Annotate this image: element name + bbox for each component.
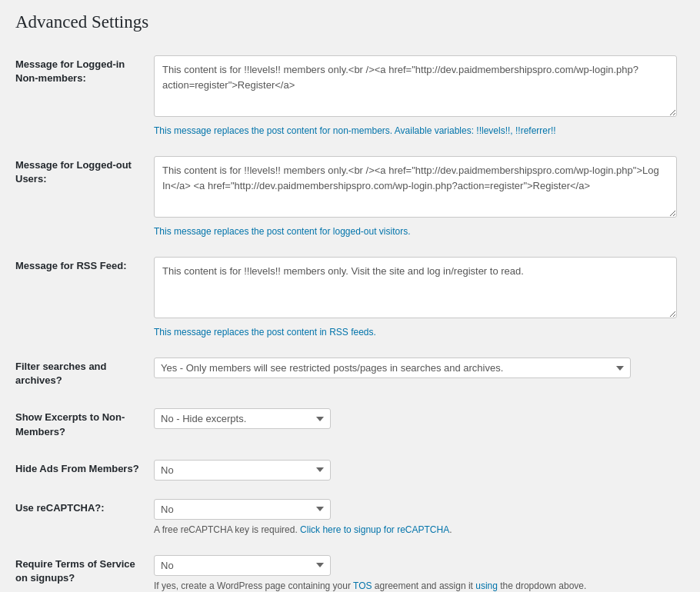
desc-tos-suffix: the dropdown above. — [498, 580, 586, 591]
row-hide-ads: Hide Ads From Members? No Yes — [15, 451, 685, 490]
desc-suffix-logged-out: . — [408, 226, 410, 237]
label-hide-ads: Hide Ads From Members? — [15, 451, 154, 490]
row-tos: Require Terms of Service on signups? No … — [15, 546, 685, 592]
cell-rss-feed: This content is for !!levels!! members o… — [154, 248, 685, 348]
settings-form: Message for Logged-in Non-members: This … — [15, 46, 685, 592]
desc-suffix-recaptcha: . — [449, 524, 452, 535]
textarea-logged-in-nonmembers[interactable]: This content is for !!levels!! members o… — [154, 55, 677, 117]
desc-suffix-rss: . — [374, 327, 376, 338]
cell-logged-in-nonmembers: This content is for !!levels!! members o… — [154, 46, 685, 147]
textarea-logged-out-users[interactable]: This content is for !!levels!! members o… — [154, 156, 677, 218]
desc-prefix-recaptcha: A free reCAPTCHA key is required. — [154, 524, 300, 535]
desc-link-rss[interactable]: RSS feeds — [329, 327, 373, 338]
desc-prefix-rss: This message replaces the post content i… — [154, 327, 329, 338]
select-filter-searches[interactable]: Yes - Only members will see restricted p… — [154, 358, 631, 378]
desc-tos-middle: agreement and assign it — [372, 580, 475, 591]
cell-recaptcha: No Yes A free reCAPTCHA key is required.… — [154, 490, 685, 546]
desc-tos-prefix: If yes, create a WordPress page containi… — [154, 580, 353, 591]
row-logged-out-users: Message for Logged-out Users: This conte… — [15, 147, 685, 248]
row-recaptcha: Use reCAPTCHA?: No Yes A free reCAPTCHA … — [15, 490, 685, 546]
label-logged-out-users: Message for Logged-out Users: — [15, 147, 154, 248]
textarea-rss-feed[interactable]: This content is for !!levels!! members o… — [154, 257, 677, 318]
row-rss-feed: Message for RSS Feed: This content is fo… — [15, 248, 685, 348]
cell-tos: No Yes If yes, create a WordPress page c… — [154, 546, 685, 592]
desc-tos: If yes, create a WordPress page containi… — [154, 579, 677, 592]
desc-prefix-logged-out: This message replaces the post content f… — [154, 226, 333, 237]
desc-link-recaptcha[interactable]: Click here to signup for reCAPTCHA — [300, 524, 449, 535]
desc-logged-in-nonmembers: This message replaces the post content f… — [154, 124, 677, 138]
label-recaptcha: Use reCAPTCHA?: — [15, 490, 154, 546]
desc-tos-link1[interactable]: TOS — [353, 580, 372, 591]
label-logged-in-nonmembers: Message for Logged-in Non-members: — [15, 46, 154, 147]
label-tos: Require Terms of Service on signups? — [15, 546, 154, 592]
row-show-excerpts: Show Excerpts to Non-Members? No - Hide … — [15, 399, 685, 450]
cell-hide-ads: No Yes — [154, 451, 685, 490]
desc-logged-out-users: This message replaces the post content f… — [154, 224, 677, 238]
cell-logged-out-users: This content is for !!levels!! members o… — [154, 147, 685, 248]
desc-tos-link2[interactable]: using — [475, 580, 498, 591]
desc-link-logged-out[interactable]: logged-out visitors — [333, 226, 408, 237]
cell-show-excerpts: No - Hide excerpts. Yes - Show excerpts. — [154, 399, 685, 450]
select-hide-ads[interactable]: No Yes — [154, 460, 331, 481]
select-show-excerpts[interactable]: No - Hide excerpts. Yes - Show excerpts. — [154, 408, 331, 429]
page-wrap: Advanced Settings Message for Logged-in … — [0, 0, 700, 592]
desc-recaptcha: A free reCAPTCHA key is required. Click … — [154, 523, 677, 537]
label-show-excerpts: Show Excerpts to Non-Members? — [15, 399, 154, 450]
row-logged-in-nonmembers: Message for Logged-in Non-members: This … — [15, 46, 685, 147]
cell-filter-searches: Yes - Only members will see restricted p… — [154, 348, 685, 399]
label-rss-feed: Message for RSS Feed: — [15, 248, 154, 348]
desc-rss-feed: This message replaces the post content i… — [154, 325, 677, 339]
select-tos[interactable]: No Yes — [154, 555, 331, 576]
page-title: Advanced Settings — [15, 12, 685, 32]
label-filter-searches: Filter searches and archives? — [15, 348, 154, 399]
row-filter-searches: Filter searches and archives? Yes - Only… — [15, 348, 685, 399]
select-recaptcha[interactable]: No Yes — [154, 499, 331, 520]
